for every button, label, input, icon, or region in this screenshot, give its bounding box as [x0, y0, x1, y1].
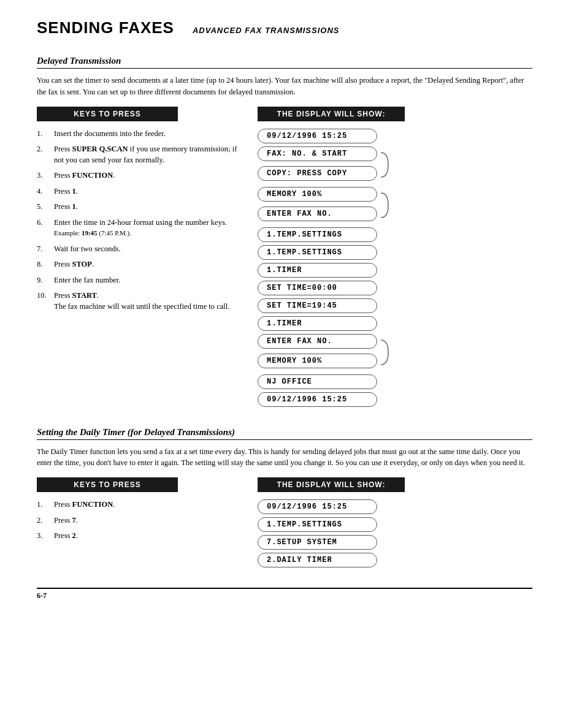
step-9: 9. Enter the fax number.: [37, 275, 245, 286]
s2-display-setup-system: 7.SETUP SYSTEM: [258, 535, 377, 550]
section2-display-header: THE DISPLAY WILL SHOW:: [258, 477, 405, 492]
section1-keys-header: KEYS TO PRESS: [37, 107, 178, 121]
display-fax-no-start: FAX: NO. & START: [258, 146, 377, 161]
page-wrapper: SENDING FAXES ADVANCED FAX TRANSMISSIONS…: [37, 18, 532, 601]
header-title-sub: ADVANCED FAX TRANSMISSIONS: [193, 26, 340, 35]
display-temp-settings-2: 1.TEMP.SETTINGS: [258, 245, 377, 260]
step-6: 6. Enter the time in 24-hour format usin…: [37, 218, 245, 239]
page-header: SENDING FAXES ADVANCED FAX TRANSMISSIONS: [37, 18, 532, 37]
step-7: 7. Wait for two seconds.: [37, 244, 245, 255]
section2-title: Setting the Daily Timer (for Delayed Tra…: [37, 427, 532, 440]
s2-display-temp-settings: 1.TEMP.SETTINGS: [258, 517, 377, 532]
step-5: 5. Press 1.: [37, 202, 245, 213]
display-enter-fax-1: ENTER FAX NO.: [258, 207, 377, 221]
section1-columns: KEYS TO PRESS 1. Insert the documents in…: [37, 107, 532, 410]
section1-display-header: THE DISPLAY WILL SHOW:: [258, 107, 405, 121]
bracket-fax-icon: [380, 150, 391, 180]
display-group-stop: ENTER FAX NO. MEMORY 100%: [258, 334, 391, 371]
section2-right: THE DISPLAY WILL SHOW: 09/12/1996 15:25 …: [245, 477, 532, 571]
step-8: 8. Press STOP.: [37, 259, 245, 270]
step-3: 3. Press FUNCTION.: [37, 170, 245, 181]
s2-display-daily-timer: 2.DAILY TIMER: [258, 553, 377, 567]
section1-right: THE DISPLAY WILL SHOW: 09/12/1996 15:25 …: [245, 107, 532, 410]
s2-display-datetime: 09/12/1996 15:25: [258, 499, 377, 514]
display-copy-press: COPY: PRESS COPY: [258, 166, 377, 181]
step-1: 1. Insert the documents into the feeder.: [37, 129, 245, 140]
display-datetime-1: 09/12/1996 15:25: [258, 129, 377, 143]
section2-left: KEYS TO PRESS 1. Press FUNCTION. 2. Pres…: [37, 477, 245, 547]
step-10: 10. Press START.The fax machine will wai…: [37, 290, 245, 312]
section2-columns: KEYS TO PRESS 1. Press FUNCTION. 2. Pres…: [37, 477, 532, 571]
section2-desc: The Daily Timer function lets you send a…: [37, 446, 532, 469]
section-daily-timer: Setting the Daily Timer (for Delayed Tra…: [37, 427, 532, 571]
s2-step-1: 1. Press FUNCTION.: [37, 499, 245, 510]
display-temp-settings-1: 1.TEMP.SETTINGS: [258, 227, 377, 242]
page-number: 6-7: [37, 591, 47, 600]
display-timer-2: 1.TIMER: [258, 316, 377, 331]
s2-step-3: 3. Press 2.: [37, 531, 245, 542]
display-group-fax: FAX: NO. & START COPY: PRESS COPY: [258, 146, 391, 184]
display-group-memory: MEMORY 100% ENTER FAX NO.: [258, 187, 391, 224]
display-memory-100-2: MEMORY 100%: [258, 354, 377, 368]
display-datetime-2: 09/12/1996 15:25: [258, 392, 377, 407]
step-2: 2. Press SUPER Q.SCAN if you use memory …: [37, 144, 245, 165]
s2-step-2: 2. Press 7.: [37, 515, 245, 526]
display-enter-fax-2: ENTER FAX NO.: [258, 334, 377, 349]
display-set-time-19: SET TIME=19:45: [258, 298, 377, 313]
bracket-memory-icon: [380, 190, 391, 221]
header-title-main: SENDING FAXES: [37, 18, 174, 37]
bracket-stop-icon: [380, 337, 391, 368]
section-delayed-transmission: Delayed Transmission You can set the tim…: [37, 56, 532, 410]
display-set-time-0: SET TIME=00:00: [258, 281, 377, 295]
step-4: 4. Press 1.: [37, 186, 245, 197]
section2-steps: 1. Press FUNCTION. 2. Press 7. 3. Press …: [37, 499, 245, 542]
page-footer: 6-7: [37, 588, 532, 601]
section2-keys-header: KEYS TO PRESS: [37, 477, 178, 492]
section1-desc: You can set the timer to send documents …: [37, 75, 532, 98]
display-nj-office: NJ OFFICE: [258, 374, 377, 389]
section1-left: KEYS TO PRESS 1. Insert the documents in…: [37, 107, 245, 317]
display-memory-100: MEMORY 100%: [258, 187, 377, 202]
section1-title: Delayed Transmission: [37, 56, 532, 69]
display-timer-1: 1.TIMER: [258, 263, 377, 278]
section1-steps: 1. Insert the documents into the feeder.…: [37, 129, 245, 313]
